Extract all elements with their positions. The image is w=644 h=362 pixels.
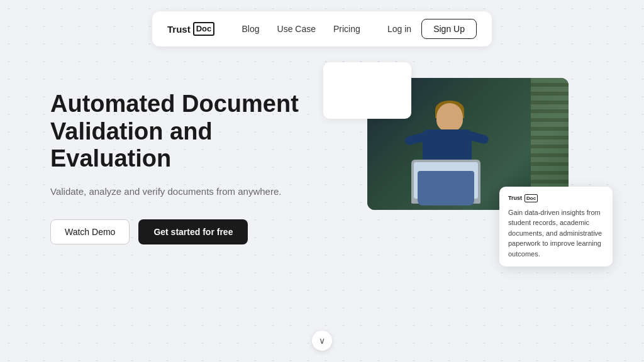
watch-demo-button[interactable]: Watch Demo xyxy=(50,219,130,244)
nav-blog[interactable]: Blog xyxy=(242,24,259,34)
logo-box: Doc xyxy=(193,22,215,36)
login-button[interactable]: Log in xyxy=(387,24,411,34)
logo[interactable]: Trust Doc xyxy=(167,22,214,36)
signup-button[interactable]: Sign Up xyxy=(421,19,477,39)
hero-right: Trust Doc Gain data-driven insights from… xyxy=(330,72,594,285)
nav-use-case[interactable]: Use Case xyxy=(277,24,316,34)
nav-actions: Log in Sign Up xyxy=(387,19,477,39)
info-card-logo-box: Doc xyxy=(525,194,538,202)
hero-subtitle: Validate, analyze and verify documents f… xyxy=(50,184,314,199)
nav-links: Blog Use Case Pricing xyxy=(242,24,360,34)
info-card: Trust Doc Gain data-driven insights from… xyxy=(499,187,613,267)
navbar: Trust Doc Blog Use Case Pricing Log in S… xyxy=(152,11,492,47)
person-head xyxy=(436,103,463,131)
hero-left: Automated Document Validation and Evalua… xyxy=(50,72,314,244)
info-card-logo-trust: Trust xyxy=(508,195,522,201)
nav-pricing[interactable]: Pricing xyxy=(333,24,360,34)
chevron-down-icon: ∨ xyxy=(319,336,325,346)
logo-trust-text: Trust xyxy=(167,24,191,35)
info-card-body: Gain data-driven insights from student r… xyxy=(508,207,604,260)
hero-buttons: Watch Demo Get started for free xyxy=(50,219,314,244)
info-card-logo: Trust Doc xyxy=(508,194,604,202)
get-started-button[interactable]: Get started for free xyxy=(138,219,248,244)
scroll-indicator[interactable]: ∨ xyxy=(312,331,332,351)
person-legs xyxy=(418,171,474,206)
hero-section: Automated Document Validation and Evalua… xyxy=(0,47,644,285)
hero-title: Automated Document Validation and Evalua… xyxy=(50,90,314,173)
float-card-top xyxy=(323,62,411,119)
